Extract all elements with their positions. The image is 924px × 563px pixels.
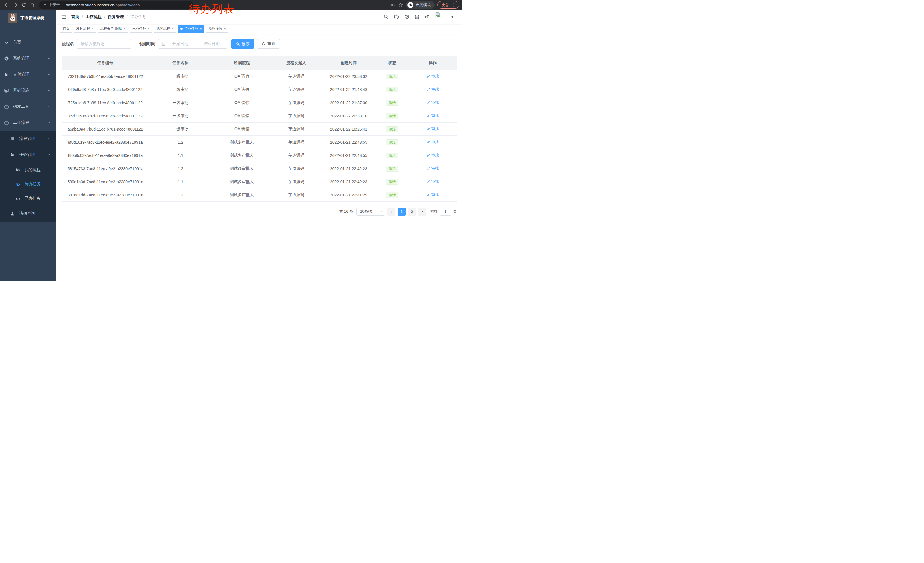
cell-status: 激活 (376, 153, 408, 158)
sidebar-item-done-task[interactable]: 已办任务 (0, 191, 56, 206)
status-badge: 激活 (386, 192, 399, 198)
goto-page-input[interactable] (440, 208, 451, 216)
sidebar-item-payment[interactable]: ¥ 支付管理 (0, 66, 56, 83)
password-key-icon[interactable] (390, 3, 395, 8)
cell-status: 激活 (376, 192, 408, 198)
search-icon[interactable] (383, 14, 389, 20)
status-badge: 激活 (386, 179, 399, 185)
approve-link[interactable]: 审批 (426, 153, 439, 158)
sidebar-item-my-process[interactable]: 我的流程 (0, 163, 56, 177)
cell-action: 审批 (408, 113, 458, 119)
chevron-up-icon (47, 153, 51, 157)
breadcrumb-task-mgmt[interactable]: 任务管理 (108, 14, 124, 20)
page-button-1[interactable]: 1 (398, 208, 406, 216)
bookmark-star-icon[interactable] (398, 2, 404, 8)
status-badge: 激活 (386, 166, 399, 171)
approve-link[interactable]: 审批 (426, 87, 439, 92)
sidebar-item-devtools[interactable]: 研发工具 (0, 99, 56, 114)
gear-icon (4, 56, 9, 61)
security-chip[interactable]: 不安全 (43, 2, 60, 8)
tab-close-icon[interactable]: × (200, 27, 202, 31)
approve-link[interactable]: 审批 (426, 100, 439, 105)
sidebar-item-workflow[interactable]: 工作流程 (0, 114, 56, 131)
tab-todo-task[interactable]: 待办任务× (178, 25, 204, 33)
tab-close-icon[interactable]: × (124, 27, 126, 31)
edit-pencil-icon (426, 193, 430, 197)
navbar: 首页 / 工作流程 / 任务管理 / 待办任务 ᴛT ▼ (56, 10, 462, 24)
tab-form-edit[interactable]: 流程表单-编辑× (98, 25, 128, 33)
cell-created: 2022-01-22 21:48:48 (321, 87, 376, 92)
home-icon[interactable] (28, 1, 36, 9)
approve-link[interactable]: 审批 (426, 74, 439, 79)
forward-icon[interactable] (12, 1, 19, 9)
cell-process: OA 请假 (212, 100, 272, 105)
edit-pencil-icon (426, 101, 430, 105)
sidebar-item-leave-query[interactable]: 请假查询 (0, 206, 56, 222)
column-header: 流程发起人 (272, 60, 321, 66)
sidebar-item-process-mgmt[interactable]: 流程管理 (0, 131, 56, 147)
sidebar-item-todo-task[interactable]: 待办任务 (0, 177, 56, 191)
tab-done-task[interactable]: 已办任务× (130, 25, 152, 33)
tab-close-icon[interactable]: × (92, 27, 94, 31)
sidebar-item-task-mgmt[interactable]: 任务管理 (0, 147, 56, 163)
sidebar-logo[interactable]: 芋道管理系统 (0, 10, 56, 26)
tab-close-icon[interactable]: × (148, 27, 150, 31)
pagination: 共 16 条 10条/页 12 前往 页 (62, 208, 458, 216)
annotation-overlay: 待办列表 (189, 2, 235, 17)
approve-link[interactable]: 审批 (426, 192, 439, 197)
font-size-icon[interactable]: ᴛT (424, 15, 429, 19)
date-range-picker[interactable]: 开始日期 - 结束日期 (158, 39, 227, 49)
sidebar-item-system[interactable]: 系统管理 (0, 50, 56, 66)
tab-start-process[interactable]: 发起流程× (74, 25, 96, 33)
tab-process-detail[interactable]: 流程详情× (206, 25, 228, 33)
cell-task-id: 8f0d1619-7ac8-11ec-a9e2-a2380e71991a (62, 140, 149, 145)
sidebar-item-infra[interactable]: 基础设施 (0, 83, 56, 99)
reset-button[interactable]: 重置 (257, 39, 280, 49)
cell-action: 审批 (408, 100, 458, 105)
browser-menu-icon[interactable]: ⋮ (452, 3, 456, 7)
page-size-select[interactable]: 10条/页 (356, 208, 385, 216)
address-bar[interactable]: 不安全 dashboard.yudao.iocoder.cn/bpm/task/… (39, 1, 194, 9)
chevron-down-icon (47, 57, 51, 60)
tab-close-icon[interactable]: × (224, 27, 226, 31)
process-name-input[interactable] (77, 39, 131, 49)
cell-task-id: 725a1eb6-7b88-11ec-8ef0-acde48001122 (62, 101, 149, 105)
tab-label: 已办任务 (132, 26, 146, 31)
breadcrumb-separator: / (82, 15, 83, 19)
edit-pencil-icon (426, 75, 430, 78)
approve-link[interactable]: 审批 (426, 113, 439, 118)
github-icon[interactable] (394, 14, 399, 20)
cell-status: 激活 (376, 87, 408, 93)
breadcrumb-workflow[interactable]: 工作流程 (86, 14, 102, 20)
approve-link[interactable]: 审批 (426, 126, 439, 131)
table-row: 580e1b3d-7ac8-11ec-a9e2-a2380e71991a 1.1… (62, 175, 458, 188)
help-icon[interactable] (404, 14, 410, 20)
search-button[interactable]: 搜索 (231, 39, 254, 49)
sidebar-item-label: 已办任务 (25, 196, 40, 201)
sidebar-item-home[interactable]: 首页 (0, 35, 56, 50)
tab-label: 发起流程 (76, 26, 90, 31)
tab-close-icon[interactable]: × (172, 27, 174, 31)
approve-link[interactable]: 审批 (426, 179, 439, 184)
breadcrumb-current: 待办任务 (130, 14, 146, 20)
reload-icon[interactable] (20, 1, 27, 9)
prev-page-button[interactable] (387, 208, 395, 216)
tab-my-process[interactable]: 我的流程× (154, 25, 176, 33)
cell-process: OA 请假 (212, 87, 272, 92)
sidebar-item-label: 待办任务 (25, 182, 40, 187)
approve-link[interactable]: 审批 (426, 140, 439, 145)
hamburger-icon[interactable] (61, 14, 67, 20)
url-text: dashboard.yudao.iocoder.cn/bpm/task/todo (66, 3, 140, 7)
back-icon[interactable] (3, 1, 10, 9)
approve-link[interactable]: 审批 (426, 166, 439, 171)
avatar[interactable] (434, 11, 446, 23)
breadcrumb-home[interactable]: 首页 (71, 14, 79, 20)
next-page-button[interactable] (418, 208, 426, 216)
fullscreen-icon[interactable] (414, 14, 420, 20)
page-button-2[interactable]: 2 (408, 208, 416, 216)
avatar-caret-icon[interactable]: ▼ (451, 15, 454, 19)
edit-pencil-icon (426, 114, 430, 118)
update-button[interactable]: 更新 ⋮ (437, 1, 459, 9)
tab-home[interactable]: 首页 (60, 25, 72, 33)
cell-action: 审批 (408, 179, 458, 185)
